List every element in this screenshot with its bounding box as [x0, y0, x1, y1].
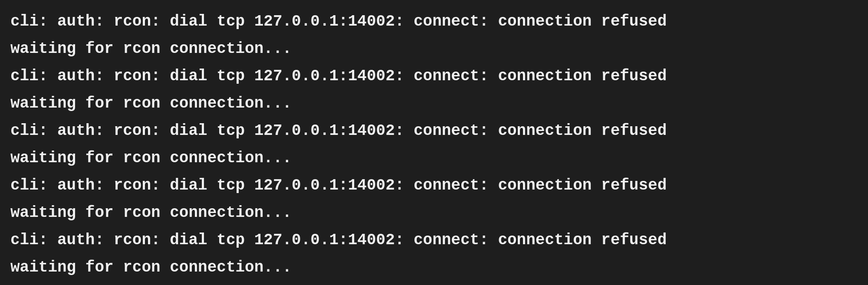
log-line: cli: auth: rcon: dial tcp 127.0.0.1:1400… [10, 8, 858, 35]
log-line: cli: auth: rcon: dial tcp 127.0.0.1:1400… [10, 226, 858, 254]
log-line: cli: auth: rcon: dial tcp 127.0.0.1:1400… [10, 62, 858, 90]
log-line: waiting for rcon connection... [10, 199, 858, 226]
log-line: waiting for rcon connection... [10, 35, 858, 62]
terminal-output: cli: auth: rcon: dial tcp 127.0.0.1:1400… [0, 0, 868, 285]
log-line: waiting for rcon connection... [10, 90, 858, 117]
log-line: waiting for rcon connection... [10, 254, 858, 281]
log-line: cli: auth: rcon: dial tcp 127.0.0.1:1400… [10, 117, 858, 144]
log-line: cli: auth: rcon: dial tcp 127.0.0.1:1400… [10, 172, 858, 199]
log-line: waiting for rcon connection... [10, 144, 858, 172]
